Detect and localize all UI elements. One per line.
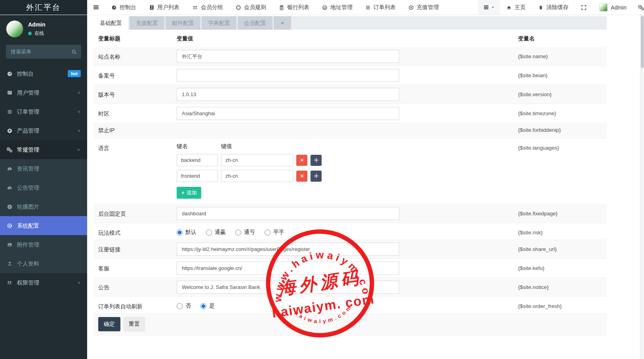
chevron-left-icon [77,281,81,285]
sidebar-item-profile[interactable]: 个人资料 [0,254,87,273]
radio-option-yes[interactable]: 是 [200,302,215,310]
tab-mail-config[interactable]: 邮件配置 [166,16,200,30]
scrollbar-thumb[interactable] [641,16,644,68]
sidebar-item-order-management[interactable]: 订单管理 [0,102,87,121]
image-icon [6,242,13,247]
language-key-input[interactable] [177,154,218,166]
sidebar-item-notice-management[interactable]: 公告管理 [0,178,87,197]
row-var: {$site.share_url} [518,243,602,252]
radio-label: 默认 [185,229,196,236]
notice-input[interactable] [177,281,399,294]
topnav-item-member-rule[interactable]: 会员规则 [229,0,272,15]
form-row-forbidden-ip: 禁止IP {$site.forbiddenip} [93,123,607,139]
scrollbar-track[interactable] [640,15,644,359]
admin-user-menu[interactable]: Admin [593,0,633,15]
register-link-input[interactable] [177,243,399,256]
remove-row-button[interactable] [296,155,307,166]
carousel-icon [6,204,13,210]
sidebar-item-attachment-management[interactable]: 附件管理 [0,235,87,254]
sidebar-item-news-management[interactable]: 资讯管理 [0,159,87,178]
radio-input[interactable] [206,230,212,236]
language-key-input[interactable] [177,170,218,182]
sidebar-item-system-config[interactable]: 系统配置 [0,216,87,235]
radio-input[interactable] [177,230,183,236]
settings-button[interactable] [633,0,644,15]
radio-input[interactable] [235,230,241,236]
form-row-timezone: 时区 {$site.timezone} [93,104,607,123]
nav-collapse-dropdown[interactable] [478,0,500,15]
language-value-input[interactable] [221,154,293,166]
fullscreen-button[interactable] [575,0,593,15]
cloud-download-icon [6,166,13,171]
trash-icon [538,5,543,10]
radio-input[interactable] [177,303,183,309]
append-label: 追加 [187,189,197,196]
tab-dict-config[interactable]: 字典配置 [202,16,236,30]
order-list-icon [365,5,371,10]
kv-key-header: 键名 [177,143,221,150]
tab-member-config[interactable]: 会员配置 [238,16,272,30]
topnav-label: 会员分组 [201,4,223,11]
form-row-fixed-page: 后台固定页 {$site.fixedpage} [93,204,607,223]
sidebar-item-product-management[interactable]: P 产品管理 [0,121,87,140]
fixed-page-input[interactable] [177,207,399,220]
topnav-item-console[interactable]: 控制台 [105,0,143,15]
reset-button[interactable]: 重置 [124,317,145,331]
gear-icon [6,223,13,229]
row-label: 客服 [98,262,177,272]
form-header: 变量标题 变量值 变量名 [93,30,607,47]
language-value-input[interactable] [221,170,293,182]
radio-input[interactable] [200,303,206,309]
sidebar-toggle-button[interactable] [87,0,105,15]
search-icon[interactable] [67,49,81,55]
customer-service-input[interactable] [177,262,399,275]
radio-input[interactable] [265,230,271,236]
app-logo[interactable]: 外汇平台 [0,0,87,15]
topnav-item-member-group[interactable]: 会员分组 [186,0,229,15]
beian-input[interactable] [177,69,399,82]
user-name: Admin [28,21,46,28]
radio-option-draw[interactable]: 平手 [265,229,284,236]
move-icon [314,173,319,179]
dashboard-icon [6,71,13,77]
sidebar-search [6,45,81,59]
row-var: {$site.order_fresh} [518,300,602,309]
radio-option-all-lose[interactable]: 通亏 [235,229,255,236]
topnav-item-recharge[interactable]: 充值管理 [402,0,445,15]
avatar [599,3,608,11]
sidebar-item-label: 产品管理 [17,127,39,134]
drag-row-button[interactable] [311,155,322,166]
search-input[interactable] [6,49,67,55]
radio-option-default[interactable]: 默认 [177,229,196,236]
product-icon: P [6,128,13,134]
tab-recharge-config[interactable]: 充值配置 [130,16,164,30]
sidebar-item-general-management[interactable]: 常规管理 [0,140,87,159]
version-input[interactable] [177,88,399,101]
row-label: 公告 [98,281,177,291]
tab-basic-config[interactable]: 基础配置 [93,16,128,30]
row-var: {$site.kefu} [518,262,602,271]
append-button[interactable]: 追加 [177,187,201,199]
radio-option-all-win[interactable]: 通赢 [206,229,226,236]
expand-icon [581,5,587,10]
sidebar-item-console[interactable]: 控制台 hot [0,64,87,83]
timezone-input[interactable] [177,107,399,120]
topnav-item-address[interactable]: @ 地址管理 [316,0,359,15]
tab-add-button[interactable]: + [274,16,291,30]
radio-option-no[interactable]: 否 [177,302,191,310]
remove-row-button[interactable] [296,171,307,182]
site-name-input[interactable] [177,50,399,63]
sidebar-item-permission-management[interactable]: 权限管理 [0,273,87,292]
submit-button[interactable]: 确定 [98,317,120,331]
clear-cache-button[interactable]: 清除缓存 [532,0,575,15]
drag-row-button[interactable] [311,171,322,182]
row-var: {$site.timezone} [518,107,602,116]
home-button[interactable]: 主页 [500,0,532,15]
topnav-item-bank-list[interactable]: 银行列表 [272,0,316,15]
sidebar-item-carousel-images[interactable]: 轮播图片 [0,197,87,216]
form-row-register-link: 注册链接 {$site.share_url} [93,240,607,259]
topnav-item-order-list[interactable]: 订单列表 [359,0,402,15]
topnav-label: 订单列表 [373,4,396,11]
sidebar-item-user-management[interactable]: 用户管理 [0,83,87,102]
topnav-item-user-list[interactable]: 用户列表 [143,0,186,15]
